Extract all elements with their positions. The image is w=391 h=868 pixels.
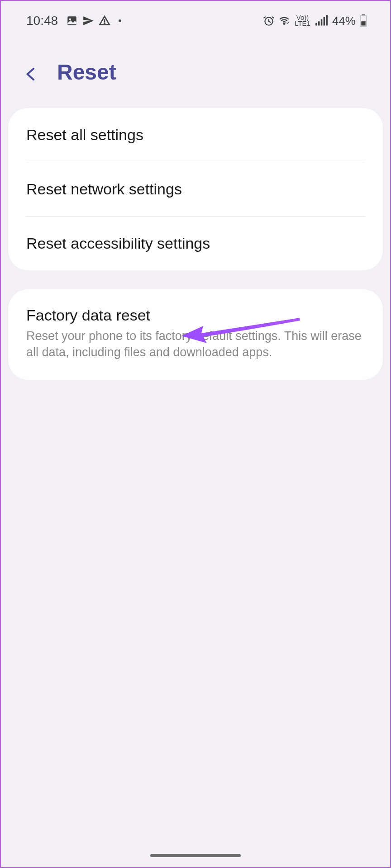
factory-data-reset-item[interactable]: Factory data reset Reset your phone to i… (8, 289, 383, 380)
factory-reset-card: Factory data reset Reset your phone to i… (8, 289, 383, 380)
svg-rect-13 (361, 21, 365, 25)
svg-rect-6 (315, 23, 317, 26)
svg-rect-7 (318, 21, 320, 25)
svg-point-5 (284, 23, 285, 24)
svg-rect-8 (321, 19, 323, 26)
list-item-label: Reset all settings (26, 126, 365, 144)
page-header: Reset (1, 37, 390, 103)
status-bar-right: Vo)) LTE1 44% (263, 14, 367, 28)
reset-accessibility-settings-item[interactable]: Reset accessibility settings (8, 217, 383, 270)
battery-icon (359, 14, 367, 27)
svg-point-3 (104, 23, 105, 24)
page-title: Reset (57, 60, 116, 85)
list-item-label: Reset accessibility settings (26, 235, 365, 252)
signal-bars-icon (315, 15, 328, 27)
svg-rect-9 (324, 17, 325, 26)
back-button[interactable] (23, 64, 39, 80)
list-item-label: Factory data reset (26, 307, 365, 324)
status-notification-icons (66, 15, 121, 27)
more-notifications-dot (119, 19, 121, 22)
status-bar-left: 10:48 (26, 14, 121, 28)
svg-rect-10 (326, 15, 328, 25)
home-indicator[interactable] (150, 854, 241, 857)
list-item-description: Reset your phone to its factory default … (26, 328, 365, 361)
gallery-icon (66, 15, 78, 27)
svg-point-1 (69, 19, 71, 20)
status-bar: 10:48 Vo)) LTE1 44% (1, 1, 390, 37)
battery-percent: 44% (332, 14, 356, 28)
wifi-icon (278, 15, 290, 27)
reset-network-settings-item[interactable]: Reset network settings (8, 162, 383, 216)
alarm-icon (263, 15, 275, 27)
send-icon (82, 15, 94, 27)
volte-indicator: Vo)) LTE1 (295, 15, 310, 27)
status-time: 10:48 (26, 14, 58, 28)
list-item-label: Reset network settings (26, 180, 365, 198)
reset-options-card: Reset all settings Reset network setting… (8, 108, 383, 270)
reset-all-settings-item[interactable]: Reset all settings (8, 108, 383, 162)
warning-triangle-icon (99, 15, 110, 27)
